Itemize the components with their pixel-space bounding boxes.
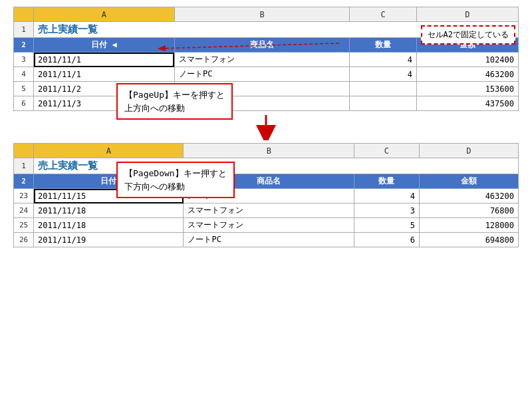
col-a-header: A <box>34 7 175 22</box>
amount-cell: 694800 <box>419 233 518 247</box>
bottom-spreadsheet: A B C D 1 売上実績一覧 2 日付 商品名 数量 金額 23 <box>13 143 519 247</box>
amount-cell: 76800 <box>419 203 518 218</box>
row-num-2b: 2 <box>14 174 34 189</box>
down-arrow-svg <box>246 114 286 140</box>
pagedown-tooltip: 【PageDown】キー押すと下方向への移動 <box>116 162 235 198</box>
table-row: 4 2011/11/1 ノートPC 4 463200 <box>14 67 519 82</box>
qty-cell: 6 <box>354 233 420 247</box>
amount-cell: 437500 <box>416 96 518 111</box>
qty-cell: 4 <box>350 67 416 82</box>
header-qty-2: 数量 <box>354 174 420 189</box>
amount-cell: 128000 <box>419 218 518 233</box>
date-cell: 2011/11/18 <box>34 218 184 233</box>
date-cell: 2011/11/1 <box>34 67 175 82</box>
row-num-2: 2 <box>14 38 34 53</box>
spreadsheet-title-2: 売上実績一覧 <box>34 158 519 174</box>
pageup-text: 【PageUp】キーを押すと上方向への移動 <box>124 90 225 113</box>
table-row: 23 2011/11/15 ノートPC 4 463200 <box>14 189 519 203</box>
table-row: 24 2011/11/18 スマートフォン 3 76800 <box>14 203 519 218</box>
date-cell: 2011/11/18 <box>34 203 184 218</box>
qty-cell: 3 <box>354 203 420 218</box>
header-product: 商品名 <box>174 38 349 53</box>
table-row: 5 2011/11/2 ス… 153600 <box>14 82 519 96</box>
top-section: A B C D 1 売上実績一覧 2 日付 ◀ 商品名 数量 金額 3 <box>13 7 519 111</box>
col-d-header: D <box>416 7 518 22</box>
date-cell[interactable]: 2011/11/1 <box>34 53 175 67</box>
amount-cell: 102400 <box>416 53 518 67</box>
table-row: 3 2011/11/1 スマートフォン 4 102400 <box>14 53 519 67</box>
col-d-header-2: D <box>419 144 518 158</box>
product-cell: スマートフォン <box>184 203 354 218</box>
row-num: 5 <box>14 82 34 96</box>
row-num: 25 <box>14 218 34 233</box>
row-num-1b: 1 <box>14 158 34 174</box>
col-b-header: B <box>174 7 349 22</box>
col-b-header-2: B <box>184 144 354 158</box>
table-row: 26 2011/11/19 ノートPC 6 694800 <box>14 233 519 247</box>
amount-cell: 463200 <box>419 189 518 203</box>
table-row: 6 2011/11/3 デ… 437500 <box>14 96 519 111</box>
row-num: 4 <box>14 67 34 82</box>
qty-cell: 4 <box>354 189 420 203</box>
qty-cell <box>350 82 416 96</box>
callout-text: セルA2で固定している <box>428 30 509 39</box>
qty-cell: 4 <box>350 53 416 67</box>
qty-cell <box>350 96 416 111</box>
corner-cell <box>14 7 34 22</box>
callout-box: セルA2で固定している <box>421 25 515 45</box>
pageup-tooltip: 【PageUp】キーを押すと上方向への移動 <box>116 83 233 120</box>
corner-cell-2 <box>14 144 34 158</box>
pagedown-text: 【PageDown】キー押すと下方向への移動 <box>124 168 227 192</box>
amount-cell: 153600 <box>416 82 518 96</box>
row-num-1: 1 <box>14 22 34 38</box>
table-row: 25 2011/11/18 スマートフォン 5 128000 <box>14 218 519 233</box>
col-c-header-2: C <box>354 144 420 158</box>
row-num: 23 <box>14 189 34 203</box>
row-num: 3 <box>14 53 34 67</box>
row-num: 24 <box>14 203 34 218</box>
header-row-2: 2 日付 商品名 数量 金額 <box>14 174 519 189</box>
header-date: 日付 ◀ <box>34 38 175 53</box>
col-a-header-2: A <box>34 144 184 158</box>
row-num: 26 <box>14 233 34 247</box>
page-down-arrow-area <box>13 114 519 140</box>
date-cell: 2011/11/19 <box>34 233 184 247</box>
product-cell: スマートフォン <box>184 218 354 233</box>
product-cell: ノートPC <box>184 233 354 247</box>
header-qty: 数量 <box>350 38 416 53</box>
col-c-header: C <box>350 7 416 22</box>
product-cell: ノートPC <box>174 67 349 82</box>
qty-cell: 5 <box>354 218 420 233</box>
title-row-2: 1 売上実績一覧 <box>14 158 519 174</box>
bottom-section: A B C D 1 売上実績一覧 2 日付 商品名 数量 金額 23 <box>13 143 519 247</box>
row-num: 6 <box>14 96 34 111</box>
top-spreadsheet: A B C D 1 売上実績一覧 2 日付 ◀ 商品名 数量 金額 3 <box>13 7 519 111</box>
product-cell: スマートフォン <box>174 53 349 67</box>
header-amount-2: 金額 <box>419 174 518 189</box>
amount-cell: 463200 <box>416 67 518 82</box>
